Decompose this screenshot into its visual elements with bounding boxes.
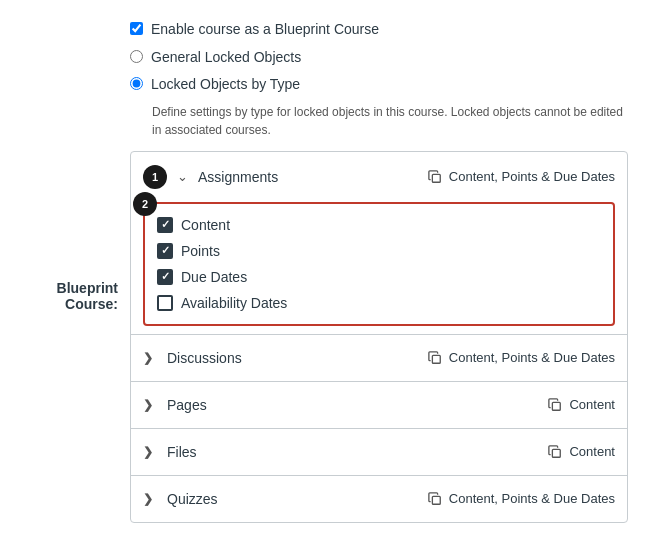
pages-row-item: ❯ Pages Content bbox=[131, 382, 627, 429]
step-1-badge: 1 bbox=[143, 165, 167, 189]
discussions-copy-icon[interactable] bbox=[427, 350, 443, 366]
points-check-mark: ✓ bbox=[161, 245, 170, 256]
content-checkbox-row[interactable]: ✓ Content bbox=[157, 212, 601, 238]
checkboxes-panel: 2 ✓ Content ✓ bbox=[143, 202, 615, 326]
availability-dates-checkbox-label: Availability Dates bbox=[181, 295, 287, 311]
step-2-badge-wrapper: 2 bbox=[133, 192, 157, 216]
locked-by-type-radio[interactable] bbox=[130, 77, 143, 90]
enable-course-label[interactable]: Enable course as a Blueprint Course bbox=[151, 20, 379, 40]
discussions-row-header[interactable]: ❯ Discussions Content, Points & Due Date… bbox=[131, 335, 627, 381]
svg-rect-0 bbox=[432, 174, 440, 182]
assignments-copy-icon[interactable] bbox=[427, 169, 443, 185]
blueprint-course-label: Blueprint Course: bbox=[57, 280, 118, 312]
files-copy-icon[interactable] bbox=[547, 444, 563, 460]
svg-rect-3 bbox=[553, 449, 561, 457]
assignments-chevron-down[interactable]: ⌄ bbox=[177, 169, 188, 184]
assignments-expanded-panel: 2 ✓ Content ✓ bbox=[131, 202, 627, 334]
quizzes-row-item: ❯ Quizzes Content, Points & Due Dates bbox=[131, 476, 627, 522]
general-locked-radio[interactable] bbox=[130, 50, 143, 63]
due-dates-check-mark: ✓ bbox=[161, 271, 170, 282]
due-dates-checkbox-box[interactable]: ✓ bbox=[157, 269, 173, 285]
content-check-mark: ✓ bbox=[161, 219, 170, 230]
general-locked-label[interactable]: General Locked Objects bbox=[151, 48, 301, 68]
files-label: Files bbox=[163, 444, 541, 460]
discussions-label: Discussions bbox=[163, 350, 421, 366]
assignments-description: Content, Points & Due Dates bbox=[449, 169, 615, 184]
pages-description: Content bbox=[569, 397, 615, 412]
locked-by-type-label[interactable]: Locked Objects by Type bbox=[151, 75, 300, 95]
lock-type-table: 1 ⌄ Assignments Content, Points & Due Da… bbox=[130, 151, 628, 523]
discussions-chevron-right[interactable]: ❯ bbox=[143, 351, 153, 365]
quizzes-chevron-right[interactable]: ❯ bbox=[143, 492, 153, 506]
availability-dates-checkbox-box[interactable] bbox=[157, 295, 173, 311]
assignments-row-header: 1 ⌄ Assignments Content, Points & Due Da… bbox=[131, 152, 627, 202]
pages-copy-icon[interactable] bbox=[547, 397, 563, 413]
description-text: Define settings by type for locked objec… bbox=[130, 103, 628, 139]
assignments-label: Assignments bbox=[194, 169, 421, 185]
files-chevron-right[interactable]: ❯ bbox=[143, 445, 153, 459]
pages-row-header[interactable]: ❯ Pages Content bbox=[131, 382, 627, 428]
due-dates-checkbox-row[interactable]: ✓ Due Dates bbox=[157, 264, 601, 290]
points-checkbox-label: Points bbox=[181, 243, 220, 259]
files-description: Content bbox=[569, 444, 615, 459]
assignments-row-item: 1 ⌄ Assignments Content, Points & Due Da… bbox=[131, 152, 627, 335]
discussions-row-item: ❯ Discussions Content, Points & Due Date… bbox=[131, 335, 627, 382]
enable-course-checkbox[interactable] bbox=[130, 22, 143, 35]
svg-rect-2 bbox=[553, 402, 561, 410]
main-content: Enable course as a Blueprint Course Gene… bbox=[130, 20, 648, 528]
quizzes-description: Content, Points & Due Dates bbox=[449, 491, 615, 506]
left-label-section: Blueprint Course: bbox=[0, 20, 130, 528]
discussions-description: Content, Points & Due Dates bbox=[449, 350, 615, 365]
pages-label: Pages bbox=[163, 397, 541, 413]
points-checkbox-row[interactable]: ✓ Points bbox=[157, 238, 601, 264]
page-wrapper: Blueprint Course: Enable course as a Blu… bbox=[0, 0, 648, 548]
files-row-header[interactable]: ❯ Files Content bbox=[131, 429, 627, 475]
svg-rect-4 bbox=[432, 496, 440, 504]
quizzes-label: Quizzes bbox=[163, 491, 421, 507]
content-checkbox-box[interactable]: ✓ bbox=[157, 217, 173, 233]
due-dates-checkbox-label: Due Dates bbox=[181, 269, 247, 285]
points-checkbox-box[interactable]: ✓ bbox=[157, 243, 173, 259]
locked-by-type-row: Locked Objects by Type bbox=[130, 75, 628, 95]
enable-course-row: Enable course as a Blueprint Course bbox=[130, 20, 628, 40]
svg-rect-1 bbox=[432, 355, 440, 363]
content-checkbox-label: Content bbox=[181, 217, 230, 233]
availability-dates-checkbox-row[interactable]: Availability Dates bbox=[157, 290, 601, 316]
files-row-item: ❯ Files Content bbox=[131, 429, 627, 476]
general-locked-row: General Locked Objects bbox=[130, 48, 628, 68]
quizzes-copy-icon[interactable] bbox=[427, 491, 443, 507]
quizzes-row-header[interactable]: ❯ Quizzes Content, Points & Due Dates bbox=[131, 476, 627, 522]
step-2-badge: 2 bbox=[133, 192, 157, 216]
pages-chevron-right[interactable]: ❯ bbox=[143, 398, 153, 412]
